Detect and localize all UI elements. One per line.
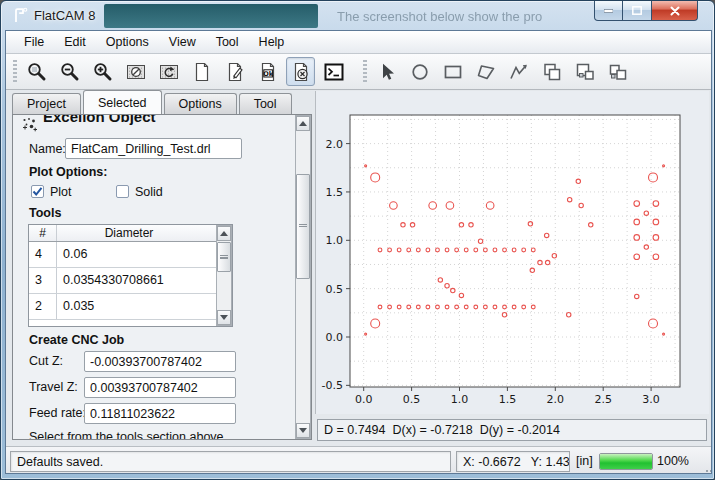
flatcam-logo-icon	[11, 6, 29, 24]
svg-text:0.5: 0.5	[326, 283, 344, 296]
copy-objects-button[interactable]	[537, 57, 566, 86]
menu-help[interactable]: Help	[249, 32, 295, 52]
delete-object-icon	[290, 61, 312, 83]
svg-text:0.0: 0.0	[355, 393, 373, 406]
toolbar-drag-handle[interactable]	[363, 60, 367, 84]
scroll-thumb[interactable]	[296, 174, 310, 279]
draw-path-button[interactable]	[504, 57, 533, 86]
duplicate-object-button[interactable]	[603, 57, 632, 86]
zoom-fit-button[interactable]	[22, 57, 51, 86]
drill-plot[interactable]: 0.00.51.01.52.02.53.0-0.50.00.51.01.52.0	[316, 91, 710, 414]
panel-scrollbar[interactable]	[295, 115, 311, 439]
tab-options[interactable]: Options	[164, 93, 237, 114]
tool-diameter-cell[interactable]: 0.06	[57, 242, 201, 267]
tool-number-cell[interactable]: 3	[29, 268, 57, 293]
cursor-coordinates: X: -0.6672 Y: 1.4359	[456, 451, 570, 472]
name-input[interactable]	[65, 138, 242, 159]
draw-polygon-button[interactable]	[471, 57, 500, 86]
flatcam-window: The screenshot below show the pro FlatCA…	[0, 0, 715, 480]
column-header-number[interactable]: #	[29, 225, 57, 241]
svg-text:1.0: 1.0	[451, 393, 469, 406]
draw-circle-button[interactable]	[405, 57, 434, 86]
scroll-thumb[interactable]	[217, 242, 231, 272]
zoom-in-button[interactable]	[88, 57, 117, 86]
work-area: ProjectSelectedOptionsTool Excellon Obje…	[6, 90, 711, 446]
solid-checkbox-label[interactable]: Solid	[135, 185, 163, 199]
menu-edit[interactable]: Edit	[54, 32, 96, 52]
tool-diameter-cell[interactable]: 0.035	[57, 294, 201, 319]
screen-artifact-text: The screenshot below show the pro	[337, 9, 617, 24]
draw-rectangle-icon	[442, 61, 464, 83]
save-project-icon: Ok	[257, 61, 279, 83]
close-button[interactable]	[652, 1, 698, 21]
delete-object-button[interactable]	[286, 57, 315, 86]
tab-tool[interactable]: Tool	[239, 93, 292, 114]
menu-bar: FileEditOptionsViewToolHelp	[6, 31, 711, 54]
tools-table-header: # Diameter	[29, 225, 232, 242]
status-message: Defaults saved.	[10, 451, 451, 472]
tools-table-scrollbar[interactable]	[216, 225, 232, 326]
tab-selected[interactable]: Selected	[83, 90, 162, 114]
toolbar-drag-handle[interactable]	[13, 60, 17, 84]
progress-fill	[600, 454, 652, 469]
zoom-in-icon	[92, 61, 114, 83]
tab-project[interactable]: Project	[12, 93, 81, 114]
maximize-button[interactable]	[623, 1, 652, 21]
menu-options[interactable]: Options	[96, 32, 159, 52]
scroll-down-button[interactable]	[296, 423, 310, 438]
scroll-up-button[interactable]	[217, 226, 231, 241]
draw-rectangle-button[interactable]	[438, 57, 467, 86]
units-indicator: [in]	[576, 454, 593, 468]
select-tool-icon	[376, 61, 398, 83]
feed-rate-label: Feed rate:	[29, 406, 86, 420]
tools-table: # Diameter 40.0630.035433070866120.035	[28, 224, 233, 327]
selected-object-panel: Excellon Object Name: Plot Options: Plot…	[12, 114, 312, 440]
travel-z-label: Travel Z:	[29, 380, 78, 394]
plot-checkbox-label[interactable]: Plot	[50, 185, 72, 199]
tool-number-cell[interactable]: 4	[29, 242, 57, 267]
progress-percent-label: 100%	[657, 454, 689, 468]
menu-tool[interactable]: Tool	[206, 32, 249, 52]
tool-row[interactable]: 30.0354330708661	[29, 268, 232, 294]
svg-text:Ok: Ok	[263, 69, 274, 77]
solid-checkbox[interactable]	[116, 185, 129, 198]
plot-checkbox[interactable]	[31, 185, 44, 198]
shell-button[interactable]	[319, 57, 348, 86]
svg-text:1.5: 1.5	[499, 393, 517, 406]
tool-diameter-cell[interactable]: 0.0354330708661	[57, 268, 201, 293]
scroll-down-button[interactable]	[217, 310, 231, 325]
copy-geometry-button[interactable]	[570, 57, 599, 86]
tool-row[interactable]: 20.035	[29, 294, 232, 320]
zoom-out-button[interactable]	[55, 57, 84, 86]
menu-file[interactable]: File	[14, 32, 54, 52]
tool-number-cell[interactable]: 2	[29, 294, 57, 319]
menu-view[interactable]: View	[159, 32, 206, 52]
replot-button[interactable]	[154, 57, 183, 86]
minimize-button[interactable]	[594, 1, 623, 21]
select-tool-button[interactable]	[372, 57, 401, 86]
tools-hint-text: Select from the tools section above	[29, 430, 224, 440]
clear-plot-button[interactable]	[121, 57, 150, 86]
feed-rate-input[interactable]	[84, 403, 236, 424]
resize-grip[interactable]	[706, 470, 708, 472]
window-controls	[594, 1, 698, 22]
travel-z-input[interactable]	[84, 377, 236, 398]
cut-z-input[interactable]	[84, 351, 236, 372]
plot-canvas[interactable]: 0.00.51.01.52.02.53.0-0.50.00.51.01.52.0	[315, 91, 709, 414]
tool-row[interactable]: 40.06	[29, 242, 232, 268]
new-project-button[interactable]	[187, 57, 216, 86]
column-header-diameter[interactable]: Diameter	[57, 225, 201, 241]
titlebar[interactable]: The screenshot below show the pro FlatCA…	[1, 1, 714, 30]
svg-text:0.0: 0.0	[326, 331, 344, 344]
open-project-icon	[224, 61, 246, 83]
tab-bar: ProjectSelectedOptionsTool	[12, 90, 294, 114]
copy-objects-icon	[541, 61, 563, 83]
clear-plot-icon	[125, 61, 147, 83]
save-project-button[interactable]: Ok	[253, 57, 282, 86]
scroll-up-button[interactable]	[296, 116, 310, 131]
open-project-button[interactable]	[220, 57, 249, 86]
cnc-job-label: Create CNC Job	[29, 333, 124, 347]
plot-options-label: Plot Options:	[29, 165, 107, 179]
svg-text:2.0: 2.0	[326, 138, 344, 151]
shell-icon	[323, 61, 345, 83]
